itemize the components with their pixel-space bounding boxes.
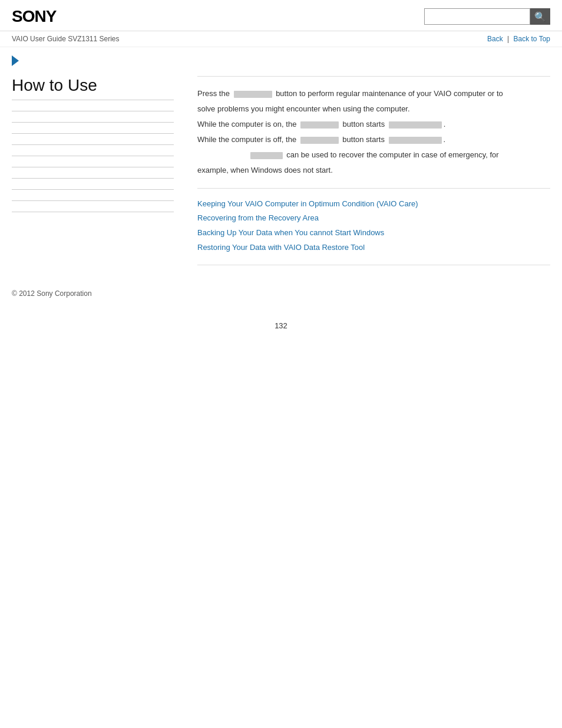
search-icon: 🔍	[534, 11, 546, 22]
sidebar-divider-9	[12, 200, 174, 201]
sidebar-divider-4	[12, 144, 174, 145]
intro-line-1: Press the button to perform regular main…	[197, 87, 550, 100]
search-area: 🔍	[424, 8, 550, 25]
link-vaio-care[interactable]: Keeping Your VAIO Computer in Optimum Co…	[197, 198, 550, 210]
sidebar: How to Use	[12, 76, 186, 265]
assist-button-placeholder-3	[300, 137, 339, 144]
sidebar-divider-2	[12, 122, 174, 123]
app-placeholder-1	[389, 121, 442, 129]
sony-logo: SONY	[12, 7, 56, 26]
nav-separator: |	[507, 35, 509, 43]
link-recovery-area[interactable]: Recovering from the Recovery Area	[197, 212, 550, 225]
intro-line-4: While the computer is off, the button st…	[197, 133, 550, 146]
sidebar-divider-7	[12, 178, 174, 179]
breadcrumb-chevron[interactable]	[12, 55, 19, 66]
back-link[interactable]: Back	[487, 35, 503, 43]
nav-links: Back | Back to Top	[487, 35, 550, 43]
search-button[interactable]: 🔍	[530, 8, 550, 25]
assist-button-placeholder-1	[234, 91, 272, 98]
app-placeholder-2	[389, 137, 442, 144]
guide-title: VAIO User Guide SVZ1311 Series	[12, 35, 120, 43]
content-area: How to Use Press the button to perform r…	[0, 70, 562, 277]
header: SONY 🔍	[0, 0, 562, 31]
link-restore-tool[interactable]: Restoring Your Data with VAIO Data Resto…	[197, 242, 550, 254]
sidebar-divider-3	[12, 133, 174, 134]
footer: © 2012 Sony Corporation	[0, 277, 562, 304]
intro-section: Press the button to perform regular main…	[197, 76, 550, 189]
app-placeholder-3	[250, 152, 283, 159]
sidebar-divider-10	[12, 212, 174, 212]
main-content: Press the button to perform regular main…	[186, 76, 550, 265]
sub-header: VAIO User Guide SVZ1311 Series Back | Ba…	[0, 31, 562, 47]
sidebar-divider-5	[12, 156, 174, 156]
sidebar-divider-8	[12, 189, 174, 190]
links-section: Keeping Your VAIO Computer in Optimum Co…	[197, 189, 550, 265]
intro-line-6: example, when Windows does not start.	[197, 164, 550, 177]
intro-line-5: can be used to recover the computer in c…	[197, 149, 550, 162]
page-number: 132	[0, 304, 562, 342]
back-to-top-link[interactable]: Back to Top	[514, 35, 550, 43]
breadcrumb-area	[0, 47, 562, 70]
search-input[interactable]	[424, 8, 530, 25]
sidebar-divider-6	[12, 167, 174, 167]
footer-copyright: © 2012 Sony Corporation	[12, 289, 92, 298]
link-backup-data[interactable]: Backing Up Your Data when You cannot Sta…	[197, 227, 550, 239]
intro-line-3: While the computer is on, the button sta…	[197, 118, 550, 131]
sidebar-divider-1	[12, 111, 174, 111]
assist-button-placeholder-2	[300, 121, 339, 129]
sidebar-title: How to Use	[12, 76, 174, 100]
intro-line-2: solve problems you might encounter when …	[197, 103, 550, 116]
